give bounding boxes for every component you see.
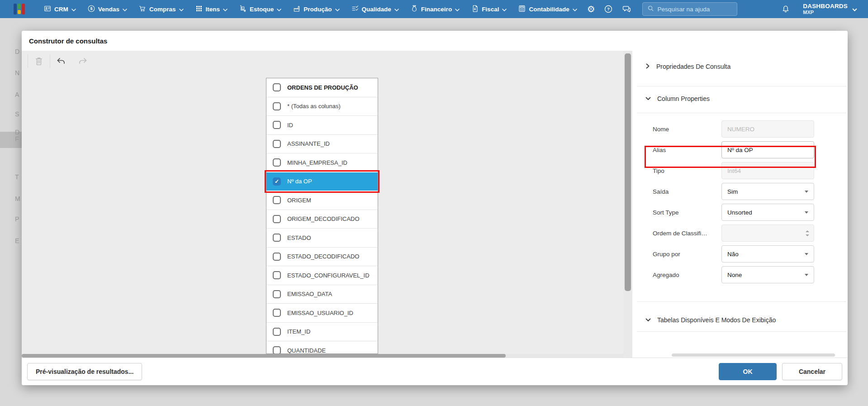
checkbox-unchecked[interactable] [273,328,281,336]
checkbox-unchecked[interactable] [273,234,281,242]
saida-select[interactable]: Sim [721,183,814,200]
table-row[interactable]: ITEM_ID [266,323,378,342]
checkbox-unchecked[interactable] [273,158,281,167]
checkbox-unchecked[interactable] [273,140,281,148]
chevron-down-icon [502,6,507,13]
nav-item-qualidade[interactable]: Qualidade [351,5,399,14]
search-icon [647,5,654,14]
delete-icon[interactable] [28,51,50,72]
agregado-select[interactable]: None [721,266,814,283]
divider [637,113,846,113]
nav-item-producao[interactable]: Produção [293,5,339,14]
table-row[interactable]: ORIGEM_DECODIFICADO [266,210,378,229]
nav-utilities: ⚙ ? [587,5,631,14]
sort-type-select[interactable]: Unsorted [721,204,814,221]
dropdown-caret-icon [805,211,808,214]
chevron-down-icon [179,6,184,13]
bell-icon[interactable] [781,5,790,14]
nav-item-vendas[interactable]: $ Vendas [87,5,127,14]
spinner-up-icon[interactable] [806,230,809,232]
nav-item-financeiro[interactable]: Financeiro [410,5,460,14]
checkbox-unchecked[interactable] [273,253,281,261]
crm-icon [43,5,52,14]
dialog-title: Construtor de consultas [22,31,848,51]
ok-button[interactable]: OK [719,363,777,380]
checkbox-unchecked[interactable] [273,102,281,110]
checkbox-checked[interactable]: ✓ [273,177,281,186]
table-row[interactable]: * (Todas as colunas) [266,97,378,116]
help-search-box [642,2,737,16]
table-row[interactable]: ESTADO [266,229,378,248]
redo-icon[interactable] [72,51,94,72]
table-header-row[interactable]: ORDENS DE PRODUÇÃO [266,78,378,97]
top-navigation-bar: CRM $ Vendas Compras Itens Estoque Produ… [0,0,868,18]
svg-text:?: ? [607,7,610,11]
chat-icon[interactable] [621,5,631,14]
field-alias: Alias [632,141,848,158]
field-sort-type: Sort Type Unsorted [632,204,848,221]
checkbox-unchecked[interactable] [273,121,281,129]
nav-item-fiscal[interactable]: Fiscal [471,5,507,14]
table-row[interactable]: EMISSAO_USUARIO_ID [266,304,378,323]
alias-input[interactable] [721,141,814,158]
field-saida: Saída Sim [632,183,848,200]
vertical-scrollbar [623,51,632,358]
nav-item-estoque[interactable]: Estoque [239,5,281,14]
table-row[interactable]: EMISSAO_DATA [266,285,378,304]
estoque-icon [239,5,247,14]
table-row[interactable]: ASSINANTE_ID [266,135,378,154]
horizontal-scrollbar-thumb[interactable] [22,354,506,358]
table-row[interactable]: ESTADO_CONFIGURAVEL_ID [266,266,378,285]
query-designer-canvas: ORDENS DE PRODUÇÃO * (Todas as colunas) … [22,51,623,358]
search-input[interactable] [658,6,726,13]
grupo-por-select[interactable]: Não [721,245,814,263]
chevron-down-icon [645,316,651,324]
vertical-scrollbar-thumb[interactable] [625,53,631,291]
chevron-down-icon [223,6,228,13]
preview-results-button[interactable]: Pré-visualização de resultados... [27,363,142,380]
account-subtitle: MXP [803,10,848,15]
checkbox-unchecked[interactable] [273,83,281,91]
checkbox-unchecked[interactable] [273,346,281,354]
section-propriedades-de-consulta[interactable]: Propriedades De Consulta [632,58,848,75]
vendas-icon: $ [87,5,95,14]
spinner-down-icon[interactable] [806,234,809,236]
dropdown-caret-icon [805,274,808,276]
nome-input [721,120,814,138]
table-row[interactable]: MINHA_EMPRESA_ID [266,153,378,172]
nav-item-compras[interactable]: Compras [138,5,184,14]
nav-item-crm[interactable]: CRM [43,5,76,14]
chevron-down-icon [123,6,127,13]
section-column-properties[interactable]: Column Properties [632,91,848,107]
checkbox-unchecked[interactable] [273,309,281,317]
panel-scrollbar-thumb[interactable] [672,353,835,357]
cancel-button[interactable]: Cancelar [782,363,842,380]
chevron-down-icon [848,5,857,13]
table-row[interactable]: ID [266,116,378,135]
properties-panel: Propriedades De Consulta Column Properti… [632,51,848,358]
chevron-down-icon [645,95,651,103]
checkbox-unchecked[interactable] [273,215,281,223]
chevron-right-icon [645,62,650,71]
dropdown-caret-icon [805,253,808,255]
help-icon[interactable]: ? [604,5,613,14]
table-row-selected[interactable]: ✓ Nº da OP [266,172,378,191]
field-grupo-por: Grupo por Não [632,245,848,263]
checkbox-unchecked[interactable] [273,196,281,204]
table-row[interactable]: ORIGEM [266,191,378,210]
app-logo[interactable] [14,3,25,15]
table-row[interactable]: ESTADO_DECODIFICADO [266,248,378,267]
undo-icon[interactable] [50,51,72,72]
tipo-input [721,162,814,179]
table-row[interactable]: QUANTIDADE [266,341,378,354]
nav-menu: CRM $ Vendas Compras Itens Estoque Produ… [43,5,577,14]
account-menu[interactable]: DASHBOARDS MXP [803,3,857,15]
section-tabelas-disponiveis[interactable]: Tabelas Disponíveis E Modos De Exibição [632,312,848,328]
checkbox-unchecked[interactable] [273,290,281,298]
settings-gear-icon[interactable]: ⚙ [587,5,595,14]
nav-item-itens[interactable]: Itens [195,5,228,14]
svg-text:$: $ [90,6,92,11]
nav-item-contabilidade[interactable]: Contabilidade [518,5,577,14]
checkbox-unchecked[interactable] [273,271,281,279]
field-ordem-de-classificacao: Ordem de Classifi… [632,224,848,242]
